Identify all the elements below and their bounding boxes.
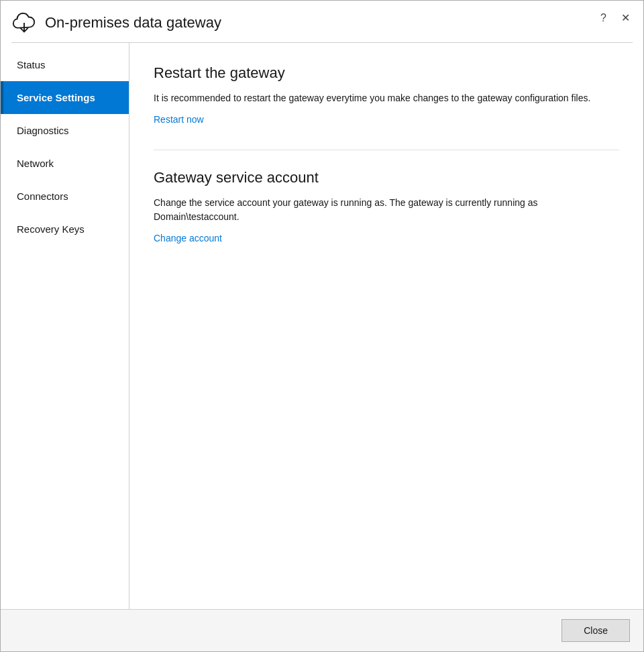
app-title: On-premises data gateway <box>45 14 633 32</box>
restart-description: It is recommended to restart the gateway… <box>154 91 610 105</box>
content-area: Status Service Settings Diagnostics Netw… <box>1 43 643 609</box>
help-button[interactable]: ? <box>598 11 609 25</box>
restart-section: Restart the gateway It is recommended to… <box>154 64 619 125</box>
main-content: Restart the gateway It is recommended to… <box>129 43 643 609</box>
app-icon <box>11 10 37 36</box>
app-window: On-premises data gateway ? ✕ Status Serv… <box>0 0 644 652</box>
window-controls: ? ✕ <box>598 10 633 25</box>
sidebar-item-network[interactable]: Network <box>1 147 129 180</box>
account-title: Gateway service account <box>154 169 619 186</box>
close-button[interactable]: Close <box>561 619 630 642</box>
sidebar: Status Service Settings Diagnostics Netw… <box>1 43 129 609</box>
window-close-button[interactable]: ✕ <box>619 10 633 25</box>
footer: Close <box>1 609 643 651</box>
title-bar: On-premises data gateway ? ✕ <box>1 1 643 42</box>
sidebar-item-diagnostics[interactable]: Diagnostics <box>1 114 129 147</box>
restart-title: Restart the gateway <box>154 64 619 82</box>
sidebar-item-service-settings[interactable]: Service Settings <box>1 81 129 114</box>
account-section: Gateway service account Change the servi… <box>154 169 619 244</box>
account-description: Change the service account your gateway … <box>154 196 610 224</box>
change-account-link[interactable]: Change account <box>154 233 222 243</box>
sidebar-item-connectors[interactable]: Connectors <box>1 180 129 213</box>
sidebar-item-recovery-keys[interactable]: Recovery Keys <box>1 213 129 246</box>
sidebar-item-status[interactable]: Status <box>1 48 129 81</box>
restart-now-link[interactable]: Restart now <box>154 114 204 125</box>
section-divider <box>154 150 619 150</box>
